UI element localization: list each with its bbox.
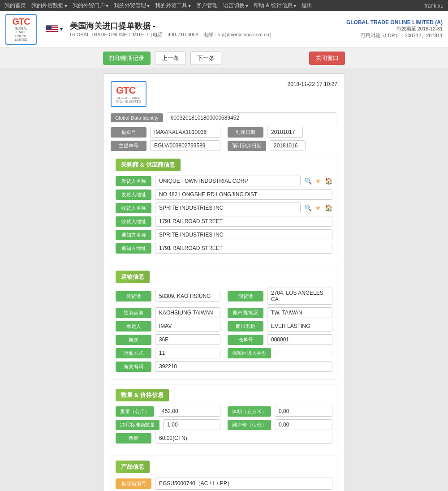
pre-loading-label: 预装运地 — [116, 308, 151, 318]
volume-field: 体积（立方米） 0.00 — [228, 406, 332, 417]
close-button[interactable]: 关闭窗口 — [309, 52, 345, 65]
origin-country-value: TW, TAIWAN — [267, 307, 332, 318]
quantity-section-header: 数量 & 价格信息 — [116, 389, 169, 401]
warehouse-no-value: 000001 — [267, 334, 332, 345]
arrival-price-value: 0.00 — [275, 419, 332, 430]
notify-addr-row: 通知方地址 1791 RAILROAD STREET — [116, 243, 332, 254]
loading-port-value: 58309, KAO HSIUNG — [155, 291, 220, 301]
header-subtitle: GLOBAL TRADE ONLINE LIMITED（电话：400-710-3… — [70, 31, 274, 38]
notify-name-label: 通知方名称 — [116, 230, 151, 240]
container-no-label: 集装箱编号 — [116, 478, 151, 489]
nav-portal[interactable]: 我的外贸门户 ▾ — [73, 2, 108, 9]
unloading-port-field: 卸货港 2704, LOS ANGELES, CA — [228, 288, 332, 305]
ports-row: 装货港 58309, KAO HSIUNG 卸货港 2704, LOS ANGE… — [116, 288, 332, 305]
shipper-search-icon[interactable]: 🔍 — [304, 177, 312, 185]
weight-value: 452.00 — [158, 406, 220, 417]
transport-section: 运输信息 装货港 58309, KAO HSIUNG 卸货港 2704, LOS… — [111, 266, 337, 379]
master-bill-row: 主提单号 EGLV/003802793589 预计到岸日期 20181016 — [111, 140, 337, 151]
nav-management[interactable]: 我的外贸管理 ▾ — [114, 2, 150, 9]
document-card: GTC GLOBAL TRADEONLINE LIMITED 2018-11-2… — [103, 73, 345, 491]
notify-name-row: 通知方名称 SPRITE INDUSTRIES INC — [116, 229, 332, 240]
loading-port-field: 装货港 58309, KAO HSIUNG — [116, 288, 220, 305]
voyage-label: 航次 — [116, 335, 151, 345]
pre-loading-field: 预装运地 KAOHSIUNG TAIWAN — [116, 307, 220, 318]
arrival-date-value: 20181017 — [267, 127, 303, 138]
consignee-name-label: 收货人名称 — [116, 203, 151, 213]
product-section-header: 产品信息 — [116, 461, 150, 473]
shipper-star-icon[interactable]: ★ — [315, 177, 321, 185]
nav-logout[interactable]: 退出 — [302, 2, 312, 9]
shipper-name-row: 发货人名称 UNIQUE TOWN INDUSTRIAL CORP 🔍 ★ 🏠 — [116, 176, 332, 186]
gdi-label: Global Data Identity — [111, 113, 163, 122]
vessel-field: 船只名称 EVER LASTING — [228, 321, 332, 332]
nav-trade-data[interactable]: 我的外贸数据 ▾ — [31, 2, 67, 9]
container-no-value: EGSU5000740（AC / L / PP） — [155, 478, 332, 490]
origin-country-field: 原产国/地区 TW, TAIWAN — [228, 307, 332, 318]
container-price-row: 20尺标准箱数量 1.00 到岸价（估价） 0.00 — [116, 419, 332, 430]
bonded-type-value — [275, 351, 332, 355]
preload-origin-row: 预装运地 KAOHSIUNG TAIWAN 原产国/地区 TW, TAIWAN — [116, 307, 332, 318]
origin-country-label: 原产国/地区 — [228, 308, 263, 318]
voyage-field: 航次 36E — [116, 334, 220, 345]
warehouse-field: 仓单号 000001 — [228, 334, 332, 345]
vessel-name-label: 船只名称 — [228, 321, 263, 332]
arrival-price-field: 到岸价（估价） 0.00 — [228, 419, 332, 430]
carrier-label: 承运人 — [116, 321, 151, 332]
weight-volume-row: 重量（公斤） 452.00 体积（立方米） 0.00 — [116, 406, 332, 417]
container-20-label: 20尺标准箱数量 — [116, 420, 159, 430]
planned-arrival-value: 20181016 — [270, 140, 306, 151]
transport-bonded-row: 运输方式 11 保税区进入类型 — [116, 348, 332, 358]
notify-addr-value: 1791 RAILROAD STREET — [155, 243, 332, 254]
nav-home[interactable]: 我的首页 — [4, 2, 26, 9]
gdi-value: 60032018101800000689452 — [167, 112, 337, 123]
supplier-section-header: 采购商 & 供应商信息 — [116, 159, 181, 171]
planned-arrival-label: 预计到岸日期 — [228, 141, 266, 151]
unloading-port-label: 卸货港 — [228, 291, 263, 301]
toolbar: 打印船期记录 上一条 下一条 关闭窗口 — [0, 48, 448, 69]
container-no-row: 集装箱编号 EGSU5000740（AC / L / PP） — [116, 478, 332, 490]
notify-addr-label: 通知方地址 — [116, 243, 151, 254]
consignee-home-icon[interactable]: 🏠 — [325, 204, 332, 211]
print-button[interactable]: 打印船期记录 — [103, 52, 151, 65]
prev-button[interactable]: 上一条 — [155, 52, 186, 65]
shipper-name-value: UNIQUE TOWN INDUSTRIAL CORP — [155, 176, 301, 186]
nav-items: 我的首页 我的外贸数据 ▾ 我的外贸门户 ▾ 我的外贸管理 ▾ 我的外贸工具 ▾… — [4, 2, 312, 9]
weight-label: 重量（公斤） — [116, 406, 154, 417]
global-data-identity-row: Global Data Identity 6003201810180000068… — [111, 112, 337, 123]
container-20-field: 20尺标准箱数量 1.00 — [116, 419, 220, 430]
shipper-home-icon[interactable]: 🏠 — [325, 177, 332, 185]
document-header: GTC GLOBAL TRADEONLINE LIMITED 2018-11-2… — [111, 81, 337, 108]
document-datetime: 2018-11-22 17:10:27 — [288, 81, 337, 87]
bill-value: IMAV/KALAX1810036 — [150, 127, 220, 138]
consignee-star-icon[interactable]: ★ — [315, 204, 321, 211]
nav-tools[interactable]: 我的外贸工具 ▾ — [155, 2, 191, 9]
bill-field: 提单号 IMAV/KALAX1810036 — [111, 127, 220, 138]
shipper-addr-value: NO 482 LONGSHE RD LONGJING DIST — [155, 189, 332, 200]
consignee-addr-label: 收货人地址 — [116, 216, 151, 227]
us-flag-icon — [46, 25, 58, 33]
doc-logo: GTC GLOBAL TRADEONLINE LIMITED — [111, 81, 146, 108]
quantity-value: 60.00(CTN) — [155, 433, 332, 444]
page-header: GTC GLOBAL TRADEONLINE LIMITED ▾ 美国海关进口提… — [0, 11, 448, 48]
header-title-section: 美国海关进口提单数据 - GLOBAL TRADE ONLINE LIMITED… — [70, 21, 274, 38]
next-button[interactable]: 下一条 — [190, 52, 221, 65]
master-bill-field: 主提单号 EGLV/003802793589 — [111, 140, 220, 151]
flag-selector[interactable]: ▾ — [46, 25, 63, 33]
nav-language[interactable]: 语言切换 ▾ — [223, 2, 248, 9]
volume-value: 0.00 — [275, 406, 332, 417]
consignee-name-value: SPRITE INDUSTRIES INC — [155, 202, 301, 213]
transport-section-header: 运输信息 — [116, 271, 150, 283]
customs-code-label: 海关编码 — [116, 362, 151, 372]
unloading-port-value: 2704, LOS ANGELES, CA — [267, 288, 332, 305]
weight-field: 重量（公斤） 452.00 — [116, 406, 220, 417]
nav-help[interactable]: 帮助 & 统计信息 ▾ — [254, 2, 296, 9]
loading-port-label: 装货港 — [116, 291, 151, 301]
consignee-name-row: 收货人名称 SPRITE INDUSTRIES INC 🔍 ★ 🏠 — [116, 202, 332, 213]
consignee-search-icon[interactable]: 🔍 — [304, 204, 312, 211]
carrier-field: 承运人 IMAV — [116, 321, 220, 332]
customs-code-row: 海关编码 392210 — [116, 361, 332, 372]
shipper-addr-label: 发货人地址 — [116, 190, 151, 200]
planned-arrival-field: 预计到岸日期 20181016 — [228, 140, 337, 151]
master-bill-label: 主提单号 — [111, 141, 146, 151]
nav-customers[interactable]: 客户管理 — [196, 2, 218, 9]
